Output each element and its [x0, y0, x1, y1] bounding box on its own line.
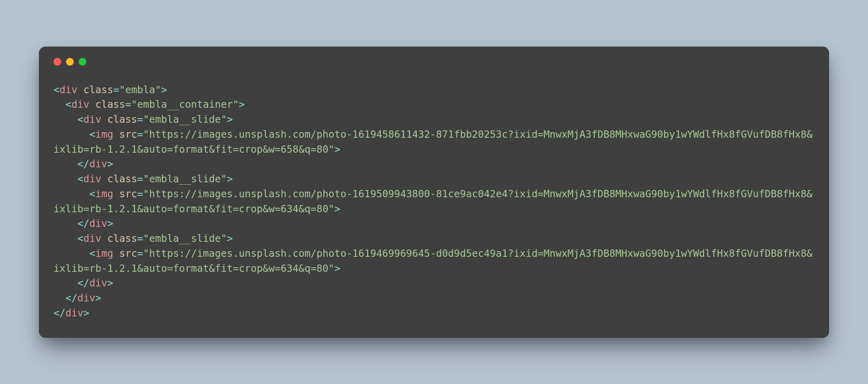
code-token: div [83, 173, 101, 185]
code-token: > [107, 277, 113, 289]
code-token: = [137, 233, 143, 244]
code-token: src [119, 247, 137, 259]
window-titlebar [53, 58, 815, 66]
code-token: class [107, 173, 137, 185]
code-token: div [83, 113, 101, 125]
code-token: </ [77, 277, 90, 289]
code-token: > [334, 143, 340, 155]
code-token: < [90, 247, 96, 259]
code-token: src [119, 128, 137, 140]
code-token [53, 233, 77, 244]
code-token: "embla__slide" [143, 233, 227, 244]
code-token: div [71, 98, 89, 110]
code-token [53, 158, 77, 170]
code-token: class [83, 84, 113, 96]
code-token: div [66, 307, 83, 319]
code-token: "embla" [119, 84, 161, 96]
code-token: = [137, 247, 143, 259]
code-token [53, 98, 66, 110]
code-window: <div class="embla"> <div class="embla__c… [39, 47, 829, 338]
code-token: div [60, 84, 77, 96]
code-token: img [95, 128, 113, 140]
code-token: div [90, 277, 107, 289]
code-token: > [227, 173, 233, 185]
code-token: > [227, 113, 233, 125]
code-token: src [119, 188, 137, 200]
code-token [113, 247, 120, 259]
code-token: </ [53, 307, 66, 319]
code-token [53, 188, 90, 200]
code-token: = [137, 188, 143, 200]
code-token: = [125, 98, 131, 110]
code-token: < [90, 188, 96, 200]
code-token: < [77, 113, 83, 125]
code-token [53, 173, 77, 185]
code-token: = [137, 113, 143, 125]
code-token [53, 113, 77, 125]
code-token [77, 84, 83, 96]
code-token: </ [77, 218, 90, 229]
code-token: "embla__slide" [143, 173, 227, 185]
code-token: = [137, 173, 143, 185]
code-token: img [95, 188, 113, 200]
window-maximize-dot[interactable] [79, 58, 86, 66]
code-token: "https://images.unsplash.com/photo-16194… [53, 128, 812, 155]
code-token: > [107, 218, 113, 229]
code-token: > [334, 203, 340, 215]
code-token: </ [77, 158, 90, 170]
code-token: > [95, 292, 101, 304]
code-token: class [107, 113, 137, 125]
code-token: < [53, 84, 60, 96]
code-token: div [83, 233, 101, 244]
code-token: > [227, 233, 233, 244]
code-token: > [239, 98, 245, 110]
code-token [53, 247, 90, 259]
code-token: < [66, 98, 72, 110]
code-token: = [113, 84, 120, 96]
code-token: > [334, 262, 340, 274]
code-token: class [95, 98, 125, 110]
code-token: class [107, 233, 137, 244]
code-token: "https://images.unsplash.com/photo-16194… [53, 247, 812, 274]
code-token [113, 188, 120, 200]
code-token [90, 98, 96, 110]
code-token [53, 128, 90, 140]
code-token: < [90, 128, 96, 140]
code-token [101, 173, 107, 185]
code-token: < [77, 233, 83, 244]
code-block: <div class="embla"> <div class="embla__c… [53, 83, 815, 321]
code-token: "https://images.unsplash.com/photo-16195… [53, 188, 812, 215]
code-token: < [77, 173, 83, 185]
code-token [113, 128, 120, 140]
code-token: div [77, 292, 95, 304]
code-token: div [90, 218, 107, 229]
code-token: > [161, 84, 167, 96]
code-token [53, 277, 77, 289]
window-close-dot[interactable] [53, 58, 61, 66]
code-token: img [95, 247, 113, 259]
code-token: div [90, 158, 107, 170]
window-minimize-dot[interactable] [66, 58, 74, 66]
code-token: </ [66, 292, 78, 304]
code-token [53, 218, 77, 229]
code-token: "embla__container" [131, 98, 239, 110]
code-token: = [137, 128, 143, 140]
code-token [101, 233, 107, 244]
code-token [101, 113, 107, 125]
code-token: "embla__slide" [143, 113, 227, 125]
code-token [53, 292, 66, 304]
code-token: > [107, 158, 113, 170]
code-token: > [83, 307, 90, 319]
